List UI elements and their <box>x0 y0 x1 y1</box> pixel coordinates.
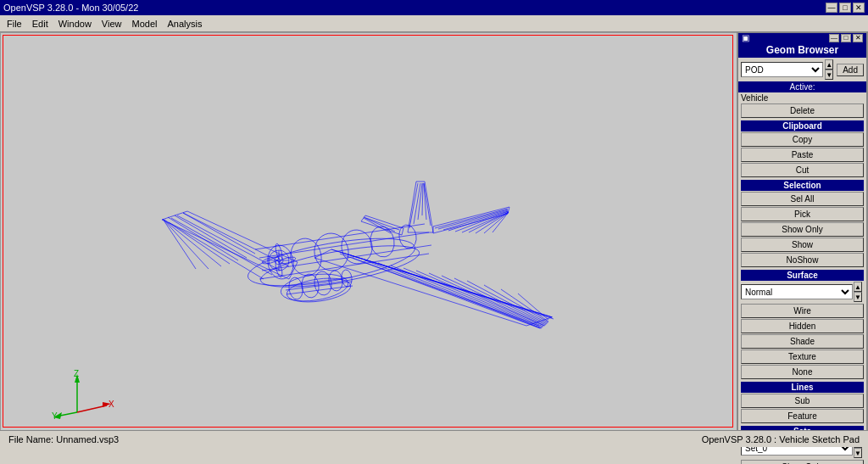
geom-close-btn[interactable]: ✕ <box>853 34 863 42</box>
menu-file[interactable]: File <box>2 17 27 31</box>
add-geom-button[interactable]: Add <box>837 64 864 76</box>
surface-section-header: Surface <box>741 270 864 281</box>
clipboard-section-header: Clipboard <box>741 120 864 131</box>
svg-point-8 <box>311 231 351 273</box>
version-status: OpenVSP 3.28.0 : Vehicle Sketch Pad <box>702 434 860 444</box>
svg-line-29 <box>353 258 540 328</box>
geom-panel-icon: ▣ <box>742 33 749 42</box>
svg-line-32 <box>391 266 542 327</box>
active-bar: Active: <box>738 81 866 92</box>
lines-section-header: Lines <box>741 382 864 393</box>
svg-line-76 <box>287 286 353 294</box>
svg-line-34 <box>416 271 544 326</box>
paste-button[interactable]: Paste <box>741 148 864 162</box>
surface-spin-down[interactable]: ▼ <box>854 292 862 302</box>
menu-model[interactable]: Model <box>126 17 162 31</box>
window-title: OpenVSP 3.28.0 - Mon 30/05/22 <box>3 3 138 13</box>
sub-button[interactable]: Sub <box>741 394 864 408</box>
geom-minimize-btn[interactable]: — <box>829 34 839 42</box>
aircraft-wireframe <box>52 67 645 406</box>
shade-button[interactable]: Shade <box>741 334 864 349</box>
minimize-button[interactable]: — <box>826 3 837 13</box>
sets-spin-down[interactable]: ▼ <box>854 448 862 458</box>
svg-point-10 <box>368 225 397 259</box>
geom-type-dropdown[interactable]: POD <box>741 62 823 77</box>
pick-button[interactable]: Pick <box>741 207 864 221</box>
geom-spin-down[interactable]: ▼ <box>825 70 833 80</box>
geom-spin-up[interactable]: ▲ <box>825 59 833 70</box>
svg-line-26 <box>340 252 554 319</box>
surface-dropdown[interactable]: Normal <box>741 284 853 299</box>
selection-section-header: Selection <box>741 180 864 191</box>
svg-line-46 <box>422 183 423 215</box>
svg-line-45 <box>418 183 422 220</box>
geom-maximize-btn[interactable]: □ <box>841 34 851 42</box>
hidden-button[interactable]: Hidden <box>741 319 864 333</box>
svg-line-23 <box>163 219 196 269</box>
delete-button[interactable]: Delete <box>741 103 864 118</box>
svg-text:Y: Y <box>52 411 58 421</box>
svg-line-35 <box>429 273 545 326</box>
svg-line-63 <box>492 212 509 232</box>
title-bar-controls: — □ ✕ <box>826 3 865 13</box>
wire-button[interactable]: Wire <box>741 304 864 318</box>
maximize-button[interactable]: □ <box>839 3 851 13</box>
svg-line-30 <box>365 260 541 328</box>
svg-line-56 <box>443 210 508 230</box>
close-button[interactable]: ✕ <box>853 3 865 13</box>
geom-browser-panel: ▣ — □ ✕ Geom Browser POD ▲ ▼ Add Active: <box>737 32 868 439</box>
show-button[interactable]: Show <box>741 238 864 252</box>
cut-button[interactable]: Cut <box>741 163 864 177</box>
menu-bar: File Edit Window View Model Analysis <box>0 15 868 32</box>
svg-line-31 <box>378 263 542 328</box>
surface-dropdown-row: Normal ▲ ▼ <box>741 282 864 302</box>
svg-line-36 <box>442 276 546 325</box>
show-only-button[interactable]: Show Only <box>741 222 864 237</box>
main-area: Z Y X ▣ — □ ✕ Geom Browser POD ▲ <box>0 32 868 447</box>
none-button[interactable]: None <box>741 365 864 379</box>
vehicle-label: Vehicle <box>738 92 866 103</box>
svg-point-80 <box>327 270 343 292</box>
svg-line-51 <box>365 218 395 232</box>
menu-window[interactable]: Window <box>53 17 97 31</box>
svg-line-38 <box>467 281 548 323</box>
svg-text:Z: Z <box>74 370 79 378</box>
menu-analysis[interactable]: Analysis <box>162 17 207 31</box>
geom-browser-header: Geom Browser <box>738 42 866 58</box>
surface-spin-up[interactable]: ▲ <box>854 282 862 292</box>
sel-all-button[interactable]: Sel All <box>741 192 864 206</box>
geom-controls-row: POD ▲ ▼ Add <box>738 58 866 81</box>
svg-line-86 <box>77 405 107 412</box>
svg-line-19 <box>168 217 238 260</box>
sets-show-only-button[interactable]: Show Only <box>741 460 864 464</box>
svg-line-48 <box>424 183 431 226</box>
axes-indicator: Z Y X <box>52 370 120 421</box>
feature-button[interactable]: Feature <box>741 409 864 423</box>
file-name-status: File Name: Unnamed.vsp3 <box>8 434 119 444</box>
status-bar: File Name: Unnamed.vsp3 OpenVSP 3.28.0 :… <box>0 430 868 447</box>
svg-text:X: X <box>108 400 114 409</box>
texture-button[interactable]: Texture <box>741 349 864 364</box>
geom-title-controls: — □ ✕ <box>829 34 863 42</box>
geom-title-bar: ▣ — □ ✕ <box>738 33 866 42</box>
copy-button[interactable]: Copy <box>741 132 864 147</box>
title-bar: OpenVSP 3.28.0 - Mon 30/05/22 — □ ✕ <box>0 0 868 15</box>
svg-line-27 <box>348 254 553 317</box>
menu-edit[interactable]: Edit <box>27 17 53 31</box>
right-buttons-panel: Delete Clipboard Copy Paste Cut Selectio… <box>738 103 866 464</box>
menu-view[interactable]: View <box>97 17 127 31</box>
svg-line-15 <box>171 218 272 275</box>
noshow-button[interactable]: NoShow <box>741 253 864 267</box>
svg-line-21 <box>164 220 221 266</box>
